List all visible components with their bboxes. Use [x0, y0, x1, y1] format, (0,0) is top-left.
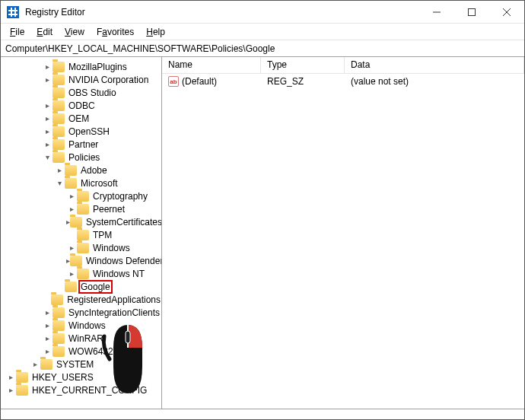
list-header: Name Type Data: [162, 57, 524, 74]
folder-icon: [65, 178, 77, 189]
registry-editor-window: Registry Editor File Edit View Favorites…: [0, 0, 525, 420]
expand-icon[interactable]: ▸: [5, 373, 16, 381]
expand-icon[interactable]: ▸: [42, 101, 52, 110]
value-data: (value not set): [345, 76, 524, 87]
tree-item[interactable]: ▸Partner: [2, 138, 161, 151]
menu-edit[interactable]: Edit: [30, 25, 59, 39]
maximize-button[interactable]: [454, 1, 489, 24]
window-title: Registry Editor: [25, 7, 85, 18]
tree-item[interactable]: ▸SYSTEM: [2, 358, 161, 371]
folder-icon: [52, 88, 65, 98]
tree-item[interactable]: ▸HKEY_CURRENT_CONFIG: [2, 383, 161, 396]
folder-icon: [77, 230, 89, 240]
expand-icon[interactable]: ▸: [66, 192, 77, 200]
folder-icon: [65, 165, 77, 176]
value-type: REG_SZ: [261, 76, 345, 87]
tree-item[interactable]: ▸TPM: [2, 228, 161, 241]
tree-item[interactable]: ▸Peernet: [2, 202, 161, 215]
minimize-button[interactable]: [419, 1, 454, 24]
folder-icon: [52, 62, 65, 72]
expand-icon[interactable]: ▸: [42, 140, 52, 148]
folder-icon: [52, 126, 65, 137]
expand-icon[interactable]: ▸: [30, 360, 40, 368]
expand-icon[interactable]: ▸: [42, 75, 52, 84]
expand-icon[interactable]: ▸: [66, 243, 77, 252]
tree-item-google[interactable]: ▸Google: [2, 280, 161, 293]
folder-icon: [52, 346, 65, 357]
tree-item[interactable]: ▸Cryptography: [2, 189, 161, 202]
menubar: File Edit View Favorites Help: [1, 24, 524, 40]
list-pane: Name Type Data ab (Default) REG_SZ (valu…: [162, 57, 524, 409]
expand-icon[interactable]: ▸: [42, 321, 52, 329]
tree-item[interactable]: ▾Policies: [2, 151, 161, 164]
expand-icon[interactable]: ▸: [42, 114, 52, 123]
collapse-icon[interactable]: ▾: [54, 179, 65, 187]
folder-icon: [65, 282, 77, 292]
folder-icon: [77, 204, 89, 215]
tree-item[interactable]: ▸WOW6432Node: [2, 345, 161, 358]
tree-item[interactable]: ▾Microsoft: [2, 177, 161, 189]
tree-item[interactable]: ▸OBS Studio: [2, 86, 161, 99]
tree-item[interactable]: ▸WinRAR: [2, 332, 161, 345]
window-controls: [419, 1, 524, 24]
list-row[interactable]: ab (Default) REG_SZ (value not set): [162, 74, 524, 89]
column-header-name[interactable]: Name: [162, 57, 261, 73]
expand-icon[interactable]: ▸: [66, 205, 77, 213]
folder-icon: [52, 139, 65, 150]
folder-icon: [52, 320, 65, 331]
tree-item[interactable]: ▸Windows NT: [2, 267, 161, 280]
column-header-type[interactable]: Type: [261, 57, 345, 73]
tree-item[interactable]: ▸NVIDIA Corporation: [2, 73, 161, 86]
address-bar[interactable]: Computer\HKEY_LOCAL_MACHINE\SOFTWARE\Pol…: [1, 40, 524, 57]
folder-icon: [52, 307, 65, 318]
close-icon: [503, 8, 511, 16]
folder-icon: [52, 75, 65, 85]
tree-item[interactable]: ▸OEM: [2, 112, 161, 125]
folder-icon: [16, 372, 28, 383]
menu-help[interactable]: Help: [140, 25, 171, 39]
folder-icon: [70, 256, 82, 266]
menu-file[interactable]: File: [4, 25, 30, 39]
titlebar: Registry Editor: [1, 1, 524, 24]
tree-item[interactable]: ▸HKEY_USERS: [2, 371, 161, 383]
minimize-icon: [433, 8, 441, 16]
menu-favorites[interactable]: Favorites: [91, 25, 140, 39]
expand-icon[interactable]: ▸: [66, 269, 77, 278]
expand-icon[interactable]: ▸: [42, 347, 52, 355]
statusbar: [1, 409, 524, 419]
expand-icon[interactable]: ▸: [42, 334, 52, 342]
folder-icon: [40, 359, 52, 370]
tree-item[interactable]: ▸Windows: [2, 241, 161, 254]
tree-item[interactable]: ▸SyncIntegrationClients: [2, 306, 161, 319]
folder-icon: [70, 217, 82, 228]
folder-icon: [16, 385, 28, 396]
tree-item[interactable]: ▸ODBC: [2, 99, 161, 112]
expand-icon[interactable]: ▸: [5, 386, 16, 394]
collapse-icon[interactable]: ▾: [42, 153, 52, 161]
folder-icon: [77, 191, 89, 202]
expand-icon[interactable]: ▸: [42, 62, 52, 71]
tree-item[interactable]: ▸Windows: [2, 319, 161, 332]
tree-item[interactable]: ▸RegisteredApplications: [2, 293, 161, 306]
tree-item[interactable]: ▸MozillaPlugins: [2, 60, 161, 73]
folder-icon: [52, 152, 65, 163]
column-header-data[interactable]: Data: [345, 57, 524, 73]
expand-icon[interactable]: ▸: [54, 166, 65, 174]
folder-icon: [77, 269, 89, 279]
tree-item[interactable]: ▸OpenSSH: [2, 125, 161, 138]
selected-tree-label: Google: [80, 282, 111, 292]
close-button[interactable]: [489, 1, 524, 24]
tree-item[interactable]: ▸Windows Defender: [2, 254, 161, 267]
tree-item[interactable]: ▸Adobe: [2, 164, 161, 177]
string-value-icon: ab: [168, 76, 179, 87]
svg-rect-1: [469, 8, 476, 15]
tree-pane[interactable]: ▸MozillaPlugins ▸NVIDIA Corporation ▸OBS…: [1, 57, 162, 409]
folder-icon: [52, 100, 65, 111]
expand-icon[interactable]: ▸: [42, 308, 52, 317]
folder-icon: [77, 243, 89, 253]
menu-view[interactable]: View: [59, 25, 91, 39]
folder-icon: [52, 333, 65, 344]
maximize-icon: [468, 8, 476, 16]
tree-item[interactable]: ▸SystemCertificates: [2, 215, 161, 228]
expand-icon[interactable]: ▸: [42, 127, 52, 135]
